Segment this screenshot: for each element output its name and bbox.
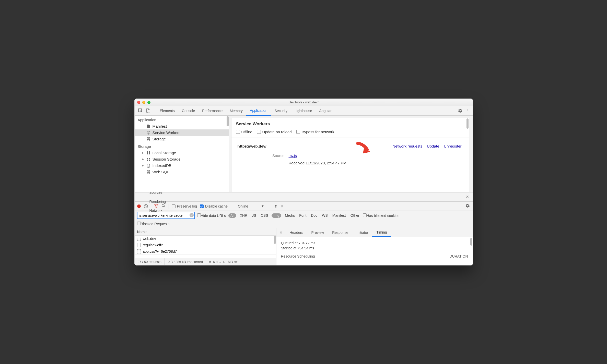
svg-point-14 [147, 170, 150, 171]
svg-rect-2 [148, 110, 150, 113]
tab-elements[interactable]: Elements [156, 106, 178, 116]
tab-console[interactable]: Console [178, 106, 199, 116]
drawer-close-icon[interactable]: ✕ [464, 195, 471, 199]
filter-input[interactable]: ✕ [137, 212, 195, 219]
device-mode-icon[interactable] [144, 107, 152, 114]
bypass-network-checkbox[interactable]: Bypass for network [296, 130, 334, 134]
scheduling-label: Resource Scheduling [281, 254, 315, 258]
panel-heading: Service Workers [236, 122, 464, 127]
update-link[interactable]: Update [427, 144, 439, 148]
settings-icon[interactable] [456, 107, 464, 114]
filter-type-other[interactable]: Other [349, 213, 360, 217]
filter-type-media[interactable]: Media [284, 213, 296, 217]
sidebar-item-web-sql[interactable]: Web SQL [135, 169, 229, 175]
checkbox-icon [236, 130, 240, 134]
request-name: web.dev [143, 237, 156, 241]
network-requests-link[interactable]: Network requests [392, 144, 422, 148]
request-name: app.css?v=6e2768d7 [143, 249, 177, 253]
status-bar: 27 / 50 requests 0 B / 286 kB transferre… [135, 258, 276, 265]
blocked-requests-checkbox[interactable]: Blocked Requests [137, 222, 170, 226]
db-icon [146, 164, 150, 168]
sidebar-item-label: Web SQL [153, 170, 169, 174]
name-column-header[interactable]: Name [135, 228, 276, 236]
scrollbar[interactable] [466, 118, 469, 129]
detail-tab-preview[interactable]: Preview [307, 228, 328, 237]
transferred-size: 0 B / 286 kB transferred [165, 258, 206, 265]
preserve-log-checkbox[interactable]: Preserve log [172, 204, 197, 208]
sidebar-item-storage[interactable]: Storage [135, 136, 229, 142]
filter-type-font[interactable]: Font [298, 213, 307, 217]
clear-icon[interactable] [144, 204, 148, 208]
filter-type-css[interactable]: CSS [260, 213, 269, 217]
received-text: Received 11/11/2020, 2:54:47 PM [289, 161, 347, 165]
filter-type-ws[interactable]: WS [321, 213, 329, 217]
record-icon[interactable] [137, 204, 141, 208]
filter-type-js[interactable]: JS [251, 213, 257, 217]
offline-checkbox[interactable]: Offline [236, 130, 252, 134]
sw-source-link[interactable]: sw.js [289, 153, 297, 158]
tab-security[interactable]: Security [271, 106, 291, 116]
disclosure-icon: ▶ [142, 151, 144, 154]
close-detail-icon[interactable]: ✕ [276, 230, 286, 235]
drawer-more-icon[interactable]: ⋮ [136, 194, 146, 200]
clear-input-icon[interactable]: ✕ [190, 213, 194, 217]
filter-type-all[interactable]: All [228, 213, 236, 218]
more-icon[interactable]: ⋮ [464, 108, 471, 114]
request-row[interactable]: app.css?v=6e2768d7 [135, 248, 276, 255]
request-row[interactable]: web.dev [135, 236, 276, 242]
svg-point-13 [147, 164, 150, 165]
filter-type-doc[interactable]: Doc [310, 213, 318, 217]
request-row[interactable]: regular.woff2 [135, 242, 276, 248]
scrollbar[interactable] [470, 238, 472, 246]
unregister-link[interactable]: Unregister [444, 144, 461, 148]
application-content: Service Workers Offline Update on reload… [229, 116, 473, 192]
hide-data-urls-checkbox[interactable]: Hide data URLs [197, 213, 226, 218]
tab-angular[interactable]: Angular [316, 106, 335, 116]
download-icon[interactable]: ⬇ [281, 204, 284, 208]
detail-tab-response[interactable]: Response [328, 228, 352, 237]
detail-tab-timing[interactable]: Timing [372, 228, 391, 237]
sidebar-item-manifest[interactable]: Manifest [135, 123, 229, 129]
scrollbar[interactable] [274, 236, 276, 244]
started-time: Started at 794.94 ms [281, 246, 468, 250]
has-blocked-cookies-checkbox[interactable]: Has blocked cookies [363, 213, 399, 218]
file-icon [137, 237, 141, 241]
checkbox-icon [296, 130, 300, 134]
sidebar-item-service-workers[interactable]: Service Workers [135, 129, 229, 136]
tab-performance[interactable]: Performance [199, 106, 226, 116]
upload-icon[interactable]: ⬆ [274, 204, 277, 208]
svg-point-15 [162, 204, 164, 207]
detail-tab-headers[interactable]: Headers [286, 228, 307, 237]
tab-application[interactable]: Application [246, 106, 271, 116]
scrollbar[interactable] [227, 116, 229, 126]
db-icon [146, 170, 150, 174]
network-settings-icon[interactable] [465, 203, 470, 209]
throttle-select[interactable]: Online ▼ [234, 203, 268, 209]
source-label: Source [256, 153, 285, 158]
detail-tab-initiator[interactable]: Initiator [352, 228, 372, 237]
sidebar-item-local-storage[interactable]: ▶Local Storage [135, 150, 229, 156]
inspect-icon[interactable] [137, 107, 144, 114]
filter-type-img[interactable]: Img [272, 213, 281, 218]
request-name: regular.woff2 [143, 243, 163, 247]
tab-lighthouse[interactable]: Lighthouse [291, 106, 316, 116]
svg-rect-12 [149, 160, 150, 161]
filter-icon[interactable] [154, 204, 158, 209]
checkbox-checked-icon [200, 204, 204, 208]
sidebar-item-indexeddb[interactable]: ▶IndexedDB [135, 162, 229, 169]
disable-cache-checkbox[interactable]: Disable cache [200, 204, 228, 208]
tab-memory[interactable]: Memory [226, 106, 246, 116]
checkbox-icon [172, 204, 176, 208]
checkbox-icon [363, 213, 367, 217]
svg-rect-9 [147, 158, 148, 159]
network-filter-row: ✕ Hide data URLs AllXHRJSCSSImgMediaFont… [135, 211, 473, 220]
sidebar-item-session-storage[interactable]: ▶Session Storage [135, 156, 229, 162]
drawer: ⋮ ConsoleSourcesRenderingNetwork ✕ Prese… [135, 192, 473, 265]
search-icon[interactable] [161, 204, 166, 209]
svg-rect-7 [147, 153, 148, 154]
filter-type-manifest[interactable]: Manifest [331, 213, 347, 217]
svg-point-4 [147, 137, 150, 138]
filter-type-xhr[interactable]: XHR [239, 213, 249, 217]
filter-text-field[interactable] [137, 212, 195, 219]
update-on-reload-checkbox[interactable]: Update on reload [257, 130, 292, 134]
